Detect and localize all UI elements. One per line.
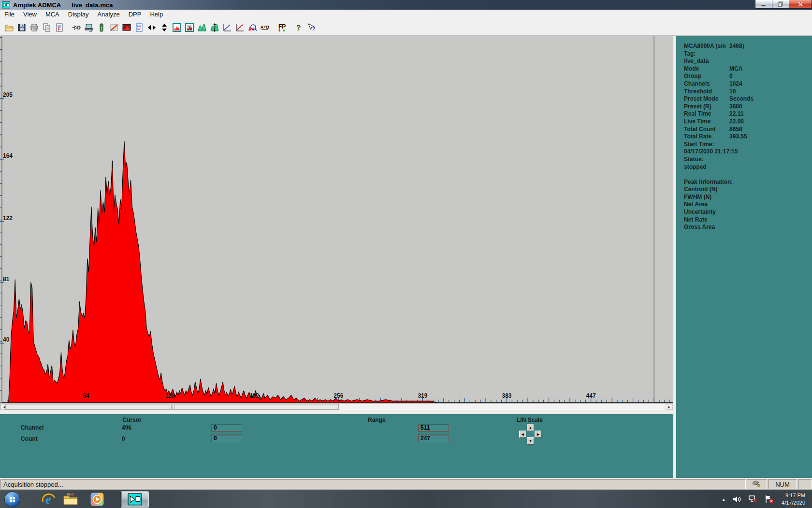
info-row: FWHM (N) bbox=[684, 194, 812, 201]
report-icon: F bbox=[55, 23, 64, 32]
a-plus-b-icon: A+B bbox=[260, 23, 270, 32]
network-status-icon[interactable] bbox=[749, 495, 758, 504]
cursor-heading: Cursor bbox=[113, 417, 151, 423]
menu-help[interactable]: Help bbox=[145, 10, 167, 19]
num-lock-indicator: NUM bbox=[768, 479, 797, 489]
media-player-icon[interactable] bbox=[84, 493, 110, 506]
x-axis-label: 64 bbox=[83, 392, 89, 399]
info-row: Uncertainty bbox=[684, 209, 812, 216]
scale-left-button[interactable]: ◀ bbox=[519, 431, 526, 438]
save-button[interactable] bbox=[15, 21, 28, 34]
display-spectrum-button[interactable] bbox=[120, 21, 133, 34]
menu-mca[interactable]: MCA bbox=[41, 10, 64, 19]
y-axis-label: 122 bbox=[3, 215, 13, 222]
menu-dpp[interactable]: DPP bbox=[124, 10, 146, 19]
scale-up-button[interactable]: ▲ bbox=[527, 424, 534, 431]
cursor-count-input[interactable] bbox=[211, 434, 242, 442]
fp-icon: FP bbox=[277, 23, 287, 32]
minimize-button[interactable] bbox=[755, 0, 772, 9]
x-axis-label: 256 bbox=[334, 392, 343, 399]
range-counts-input[interactable] bbox=[418, 434, 449, 442]
info-row: Group0 bbox=[684, 73, 812, 80]
menu-file[interactable]: File bbox=[0, 10, 19, 19]
spectrum-chart[interactable]: 205164122814064128192256319383447 ◄ ► bbox=[0, 36, 673, 410]
zoom-region-button[interactable] bbox=[171, 21, 183, 34]
clear-spectrum-button[interactable] bbox=[108, 21, 120, 34]
info-row bbox=[684, 171, 812, 179]
taskbar: e ▲ 9:17 PM 4/17/2020 bbox=[0, 490, 812, 508]
x-axis-label: 383 bbox=[502, 392, 511, 399]
info-row: Total Rate393.55 bbox=[684, 133, 812, 141]
v-arrows-icon bbox=[160, 23, 169, 32]
range-channels-input[interactable] bbox=[418, 424, 449, 432]
tray-clock[interactable]: 9:17 PM 4/17/2020 bbox=[782, 492, 805, 507]
scale-label: LIN Scale bbox=[508, 417, 552, 423]
info-list-icon bbox=[134, 23, 144, 32]
channel-label: Channel bbox=[21, 424, 44, 431]
menu-analyze[interactable]: Analyze bbox=[93, 10, 124, 19]
info-row: Total Count8658 bbox=[684, 126, 812, 134]
info-row: Tag: bbox=[684, 50, 812, 58]
auto-scale-button[interactable] bbox=[208, 21, 221, 34]
smooth-button[interactable] bbox=[196, 21, 208, 34]
roi-box-icon bbox=[185, 23, 194, 32]
expand-horizontal-button[interactable] bbox=[145, 21, 158, 34]
start-button[interactable] bbox=[4, 492, 20, 508]
clear-icon bbox=[109, 23, 119, 32]
x-axis-label: 447 bbox=[586, 392, 596, 399]
scale-down-button[interactable]: ▼ bbox=[527, 437, 534, 445]
calibrate-button[interactable] bbox=[221, 21, 233, 34]
define-roi-button[interactable] bbox=[183, 21, 196, 34]
internet-explorer-icon[interactable]: e bbox=[41, 492, 57, 507]
report-button[interactable]: F bbox=[53, 21, 66, 34]
info-row: Net Rate bbox=[684, 216, 812, 224]
calibration-points-button[interactable] bbox=[233, 21, 246, 34]
dpp-setup-button[interactable] bbox=[70, 21, 83, 34]
svg-text:FP: FP bbox=[278, 23, 286, 30]
close-button[interactable] bbox=[789, 0, 812, 9]
start-stop-button[interactable] bbox=[95, 21, 108, 34]
print-button[interactable] bbox=[28, 21, 41, 34]
status-end-pane bbox=[798, 479, 812, 489]
menu-bar: FileViewMCADisplayAnalyzeDPPHelp bbox=[0, 10, 812, 20]
cursor-channel-input[interactable] bbox=[211, 424, 242, 432]
y-axis-label: 81 bbox=[3, 276, 10, 283]
admca-taskbar-button[interactable] bbox=[121, 491, 149, 508]
x-axis-label: 128 bbox=[165, 392, 175, 399]
horizontal-scrollbar[interactable]: ◄ ► bbox=[0, 403, 673, 410]
restore-button[interactable] bbox=[772, 0, 789, 9]
fp-analysis-button[interactable]: FP bbox=[276, 21, 288, 34]
sum-spectra-button[interactable]: A+B bbox=[259, 21, 271, 34]
speaker-icon[interactable] bbox=[732, 495, 742, 504]
peak-search-button[interactable] bbox=[246, 21, 259, 34]
expand-vertical-button[interactable] bbox=[158, 21, 171, 34]
open-button[interactable] bbox=[3, 21, 15, 34]
zoom-box-icon bbox=[172, 23, 182, 32]
copy-icon bbox=[42, 23, 52, 32]
scale-right-button[interactable]: ▶ bbox=[535, 431, 542, 438]
info-row: 04/17/2020 21:17:15 bbox=[684, 148, 812, 156]
info-row: Preset ModeSeconds bbox=[684, 95, 812, 103]
info-list-button[interactable] bbox=[133, 21, 145, 34]
windows-explorer-icon[interactable] bbox=[57, 493, 84, 506]
scroll-right-arrow-icon[interactable]: ► bbox=[666, 404, 673, 410]
info-row: Centroid (N) bbox=[684, 186, 812, 194]
action-center-flag-icon[interactable] bbox=[765, 495, 774, 504]
info-row: ModeMCA bbox=[684, 65, 812, 73]
svg-text:e: e bbox=[45, 493, 51, 507]
copy-button[interactable] bbox=[41, 21, 53, 34]
info-row: Status: bbox=[684, 156, 812, 164]
menu-view[interactable]: View bbox=[19, 10, 41, 19]
about-help-button[interactable]: ? bbox=[292, 21, 305, 34]
info-row: Real Time22.11 bbox=[684, 110, 812, 118]
y-axis-label: 164 bbox=[3, 152, 13, 159]
context-help-button[interactable]: ? bbox=[305, 21, 318, 34]
calibrate-line-icon bbox=[222, 23, 232, 32]
admca-logo-icon bbox=[2, 1, 10, 8]
menu-display[interactable]: Display bbox=[64, 10, 93, 19]
spectrum-plot[interactable]: 205164122814064128192256319383447 bbox=[0, 36, 673, 403]
show-hidden-icons-button[interactable]: ▲ bbox=[722, 497, 725, 502]
connect-button[interactable] bbox=[83, 21, 95, 34]
green-peaks-icon bbox=[197, 23, 207, 32]
scrollbar-thumb[interactable] bbox=[5, 404, 339, 410]
